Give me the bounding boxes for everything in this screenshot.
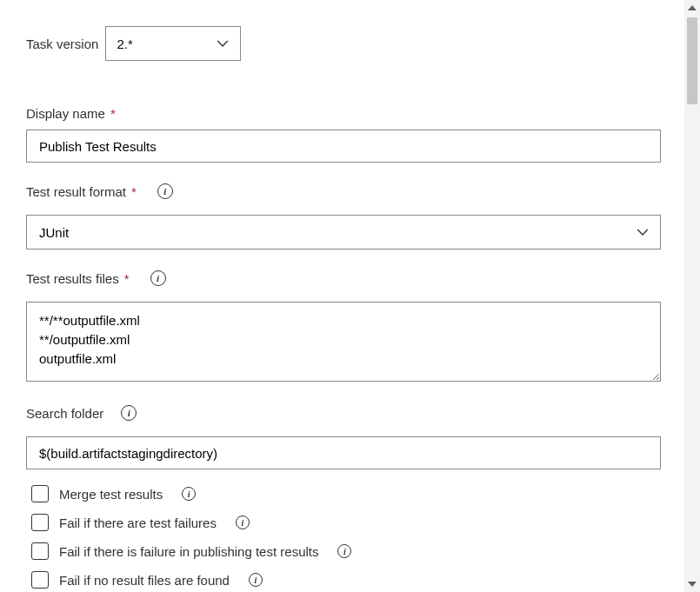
display-name-row: Display name * <box>26 106 661 163</box>
info-icon[interactable]: i <box>121 405 137 421</box>
test-results-files-label: Test results files * i <box>26 270 166 286</box>
merge-results-row: Merge test results i <box>31 485 661 502</box>
scrollbar[interactable] <box>684 0 700 592</box>
info-icon[interactable]: i <box>157 183 173 199</box>
fail-on-publish-row: Fail if there is failure in publishing t… <box>31 542 661 560</box>
merge-results-checkbox[interactable] <box>31 485 49 502</box>
search-folder-label: Search folder i <box>26 405 137 421</box>
search-folder-row: Search folder i <box>26 405 661 469</box>
required-marker: * <box>124 271 130 286</box>
fail-on-publish-label: Fail if there is failure in publishing t… <box>59 544 318 559</box>
task-version-select-wrap: 2.* <box>105 26 241 61</box>
scrollbar-thumb[interactable] <box>687 17 697 104</box>
test-result-format-row: Test result format * i JUnit <box>26 183 661 249</box>
task-version-label: Task version <box>26 37 98 51</box>
fail-on-failures-checkbox[interactable] <box>31 514 49 531</box>
info-icon[interactable]: i <box>150 270 166 286</box>
task-version-select[interactable]: 2.* <box>105 26 241 61</box>
fail-no-results-row: Fail if no result files are found i <box>31 571 661 589</box>
fail-on-publish-checkbox[interactable] <box>31 542 49 560</box>
scroll-up-icon[interactable] <box>684 0 700 16</box>
fail-no-results-checkbox[interactable] <box>31 571 49 589</box>
display-name-label: Display name * <box>26 106 116 121</box>
display-name-input[interactable] <box>26 130 661 163</box>
search-folder-input[interactable] <box>26 436 661 469</box>
test-results-files-row: Test results files * i <box>26 270 661 384</box>
merge-results-label: Merge test results <box>59 487 163 502</box>
test-results-files-textarea[interactable] <box>26 302 661 382</box>
fail-no-results-label: Fail if no result files are found <box>59 573 230 588</box>
fail-on-failures-row: Fail if there are test failures i <box>31 514 661 531</box>
fail-on-failures-label: Fail if there are test failures <box>59 516 217 530</box>
test-result-format-select[interactable]: JUnit <box>26 215 661 249</box>
info-icon[interactable]: i <box>249 573 263 587</box>
task-version-row: Task version 2.* <box>26 26 661 61</box>
required-marker: * <box>110 106 116 121</box>
info-icon[interactable]: i <box>337 544 351 558</box>
scroll-down-icon[interactable] <box>684 576 700 592</box>
test-result-format-label: Test result format * i <box>26 183 173 199</box>
info-icon[interactable]: i <box>182 487 196 501</box>
required-marker: * <box>131 184 137 199</box>
test-result-format-select-wrap: JUnit <box>26 215 661 249</box>
info-icon[interactable]: i <box>236 516 250 529</box>
